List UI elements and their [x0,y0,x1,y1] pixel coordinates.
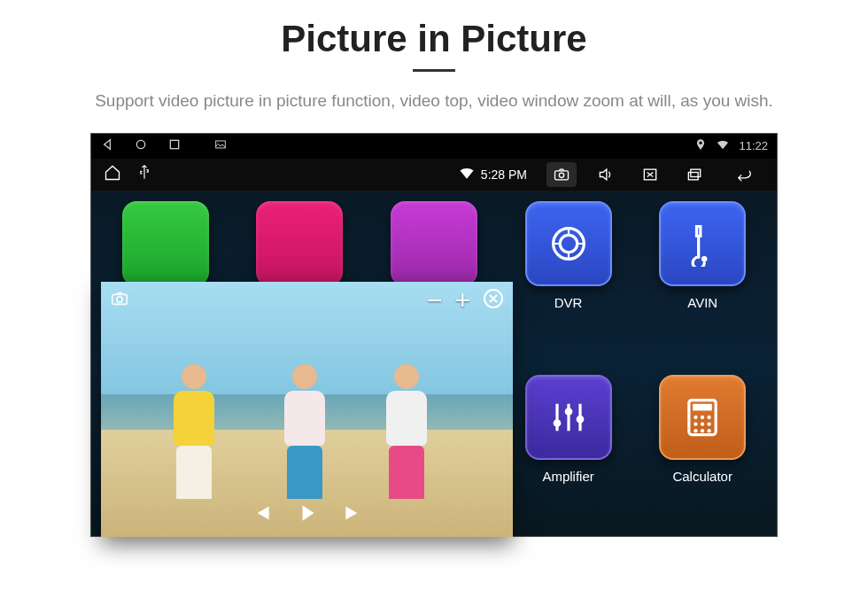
app-label: Amplifier [542,469,593,484]
svg-point-21 [708,422,711,425]
pip-zoom-in-button[interactable]: + [454,287,470,314]
usb-icon[interactable] [136,164,153,184]
app-tile [659,201,746,286]
app-tile [391,201,477,286]
camera-icon[interactable] [110,289,129,312]
screenshot-button[interactable] [546,162,577,187]
av-jack-icon [679,221,725,267]
svg-point-9 [560,235,577,253]
close-window-button[interactable] [635,162,665,187]
pip-close-button[interactable] [483,288,504,313]
back-icon[interactable] [100,137,114,154]
svg-point-22 [694,429,697,432]
home-icon[interactable] [134,137,148,154]
pip-video-frame [101,282,513,537]
svg-point-13 [576,415,584,423]
svg-point-19 [694,422,697,425]
pip-play-button[interactable] [296,502,319,528]
recent-icon[interactable] [167,137,182,154]
system-time: 11:22 [739,139,768,152]
page-title: Picture in Picture [0,18,868,60]
app-calculator[interactable]: Calculator [647,375,757,484]
pip-prev-button[interactable] [250,502,273,528]
pip-zoom-out-button[interactable]: − [427,287,443,314]
pip-next-button[interactable] [342,502,365,528]
svg-rect-6 [691,169,701,176]
svg-rect-3 [555,170,569,179]
svg-point-4 [559,173,563,177]
svg-point-11 [553,419,561,427]
app-label: Calculator [672,469,732,484]
gauge-icon [546,221,592,267]
volume-button[interactable] [591,162,621,187]
svg-rect-7 [688,172,698,179]
page-subtitle: Support video picture in picture functio… [49,89,819,113]
gallery-icon[interactable] [213,137,228,154]
headunit-top-bar: 5:28 PM [91,159,777,191]
pip-transport-controls [250,502,365,528]
svg-point-16 [694,415,697,418]
svg-rect-1 [170,140,178,148]
app-dvr[interactable]: DVR [514,201,624,310]
back-button[interactable] [724,162,764,187]
calculator-icon [679,394,725,440]
svg-point-17 [701,415,704,418]
svg-point-10 [701,256,708,262]
app-tile [525,201,612,286]
svg-point-12 [564,408,572,416]
svg-point-26 [117,297,122,302]
home-button-icon[interactable] [104,164,121,184]
svg-point-24 [708,429,711,432]
location-icon [694,138,707,153]
app-avin[interactable]: AVIN [647,201,757,310]
svg-point-23 [701,429,704,432]
app-label: AVIN [687,295,717,310]
svg-point-18 [708,415,711,418]
svg-rect-15 [693,403,712,410]
svg-point-20 [701,422,704,425]
app-amplifier[interactable]: Amplifier [514,375,624,484]
wifi-icon [716,137,730,154]
app-tile [525,375,612,460]
multitask-button[interactable] [679,162,709,187]
app-tile [122,201,209,286]
app-tile [256,201,343,286]
equalizer-icon [546,394,592,440]
android-system-bar: 11:22 [91,134,777,159]
wifi-status-icon [458,164,476,184]
pip-window[interactable]: − + [101,282,513,537]
svg-point-0 [136,140,144,148]
headunit-time: 5:28 PM [481,167,527,182]
app-label: DVR [554,295,583,310]
app-tile [659,375,746,460]
title-underline [413,69,455,72]
